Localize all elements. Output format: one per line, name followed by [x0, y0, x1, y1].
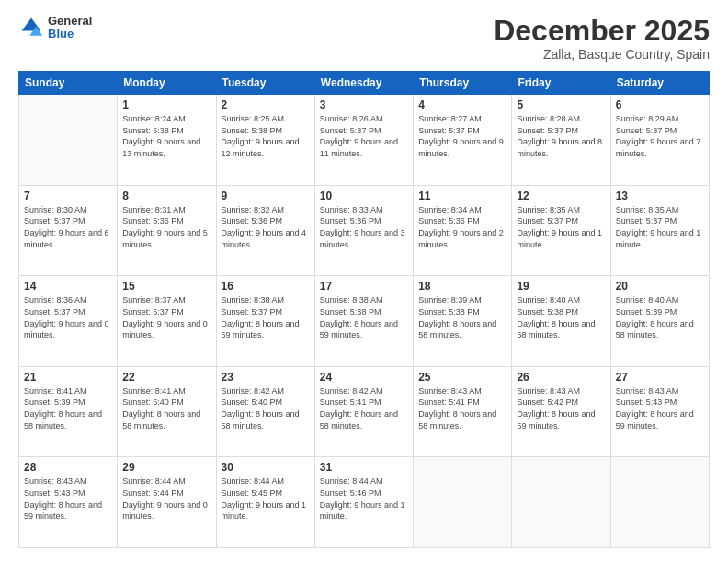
day-number-2-1: 15 [122, 280, 210, 293]
cell-2-1: 15Sunrise: 8:37 AM Sunset: 5:37 PM Dayli… [118, 276, 216, 367]
header: General Blue December 2025 Zalla, Basque… [18, 15, 710, 62]
cell-1-3: 10Sunrise: 8:33 AM Sunset: 5:36 PM Dayli… [314, 185, 413, 276]
logo-text: General Blue [48, 15, 92, 41]
location: Zalla, Basque Country, Spain [494, 47, 710, 62]
cell-info-2-6: Sunrise: 8:40 AM Sunset: 5:39 PM Dayligh… [616, 294, 704, 340]
cell-2-3: 17Sunrise: 8:38 AM Sunset: 5:38 PM Dayli… [314, 276, 413, 367]
cell-1-2: 9Sunrise: 8:32 AM Sunset: 5:36 PM Daylig… [216, 185, 314, 276]
cell-info-4-1: Sunrise: 8:44 AM Sunset: 5:44 PM Dayligh… [122, 476, 210, 522]
cell-1-0: 7Sunrise: 8:30 AM Sunset: 5:37 PM Daylig… [19, 185, 118, 276]
week-row-2: 14Sunrise: 8:36 AM Sunset: 5:37 PM Dayli… [19, 276, 710, 367]
cell-0-3: 3Sunrise: 8:26 AM Sunset: 5:37 PM Daylig… [314, 95, 413, 186]
day-number-4-2: 30 [222, 461, 310, 474]
col-monday: Monday [118, 72, 216, 95]
day-number-0-4: 4 [418, 98, 506, 111]
page: General Blue December 2025 Zalla, Basque… [0, 0, 728, 563]
cell-3-0: 21Sunrise: 8:41 AM Sunset: 5:39 PM Dayli… [19, 366, 118, 457]
cell-3-5: 26Sunrise: 8:43 AM Sunset: 5:42 PM Dayli… [512, 366, 610, 457]
cell-4-5 [512, 457, 610, 548]
cell-3-2: 23Sunrise: 8:42 AM Sunset: 5:40 PM Dayli… [216, 366, 314, 457]
day-number-1-5: 12 [517, 190, 605, 202]
cell-info-1-0: Sunrise: 8:30 AM Sunset: 5:37 PM Dayligh… [24, 204, 112, 250]
day-number-1-6: 13 [616, 190, 704, 202]
day-number-2-0: 14 [24, 280, 112, 293]
day-number-3-3: 24 [320, 371, 408, 384]
cell-info-2-5: Sunrise: 8:40 AM Sunset: 5:38 PM Dayligh… [517, 294, 605, 340]
cell-info-2-4: Sunrise: 8:39 AM Sunset: 5:38 PM Dayligh… [418, 294, 506, 340]
cell-info-0-1: Sunrise: 8:24 AM Sunset: 5:38 PM Dayligh… [122, 113, 210, 159]
cell-2-4: 18Sunrise: 8:39 AM Sunset: 5:38 PM Dayli… [414, 276, 512, 367]
day-number-3-1: 22 [122, 371, 210, 384]
week-row-4: 28Sunrise: 8:43 AM Sunset: 5:43 PM Dayli… [19, 457, 710, 548]
day-number-3-2: 23 [222, 371, 310, 384]
day-number-4-0: 28 [24, 461, 112, 474]
day-number-0-3: 3 [320, 98, 408, 111]
day-number-2-6: 20 [616, 280, 704, 293]
cell-0-1: 1Sunrise: 8:24 AM Sunset: 5:38 PM Daylig… [118, 95, 216, 186]
day-number-0-1: 1 [122, 98, 210, 111]
cell-info-3-0: Sunrise: 8:41 AM Sunset: 5:39 PM Dayligh… [24, 385, 112, 431]
col-friday: Friday [512, 72, 610, 95]
cell-4-3: 31Sunrise: 8:44 AM Sunset: 5:46 PM Dayli… [314, 457, 413, 548]
logo-icon [18, 15, 44, 40]
cell-0-4: 4Sunrise: 8:27 AM Sunset: 5:37 PM Daylig… [414, 95, 512, 186]
cell-4-6 [610, 457, 709, 548]
cell-0-0 [19, 95, 118, 186]
cell-1-6: 13Sunrise: 8:35 AM Sunset: 5:37 PM Dayli… [610, 185, 709, 276]
cell-info-4-3: Sunrise: 8:44 AM Sunset: 5:46 PM Dayligh… [320, 476, 408, 522]
day-number-4-1: 29 [122, 461, 210, 474]
cell-info-3-4: Sunrise: 8:43 AM Sunset: 5:41 PM Dayligh… [418, 385, 506, 431]
cell-4-0: 28Sunrise: 8:43 AM Sunset: 5:43 PM Dayli… [19, 457, 118, 548]
cell-info-4-2: Sunrise: 8:44 AM Sunset: 5:45 PM Dayligh… [222, 476, 310, 522]
cell-3-1: 22Sunrise: 8:41 AM Sunset: 5:40 PM Dayli… [118, 366, 216, 457]
col-sunday: Sunday [19, 72, 118, 95]
cell-info-0-2: Sunrise: 8:25 AM Sunset: 5:38 PM Dayligh… [222, 113, 310, 159]
cell-info-1-3: Sunrise: 8:33 AM Sunset: 5:36 PM Dayligh… [320, 204, 408, 250]
cell-2-2: 16Sunrise: 8:38 AM Sunset: 5:37 PM Dayli… [216, 276, 314, 367]
day-number-1-4: 11 [418, 190, 506, 202]
cell-info-1-5: Sunrise: 8:35 AM Sunset: 5:37 PM Dayligh… [517, 204, 605, 250]
col-wednesday: Wednesday [314, 72, 413, 95]
cell-0-2: 2Sunrise: 8:25 AM Sunset: 5:38 PM Daylig… [216, 95, 314, 186]
calendar-header-row: Sunday Monday Tuesday Wednesday Thursday… [19, 72, 710, 95]
logo: General Blue [18, 15, 92, 41]
cell-1-1: 8Sunrise: 8:31 AM Sunset: 5:36 PM Daylig… [118, 185, 216, 276]
cell-0-6: 6Sunrise: 8:29 AM Sunset: 5:37 PM Daylig… [610, 95, 709, 186]
cell-2-6: 20Sunrise: 8:40 AM Sunset: 5:39 PM Dayli… [610, 276, 709, 367]
calendar-table: Sunday Monday Tuesday Wednesday Thursday… [18, 71, 710, 548]
col-saturday: Saturday [610, 72, 709, 95]
cell-info-2-0: Sunrise: 8:36 AM Sunset: 5:37 PM Dayligh… [24, 294, 112, 340]
cell-info-0-3: Sunrise: 8:26 AM Sunset: 5:37 PM Dayligh… [320, 113, 408, 159]
cell-info-3-6: Sunrise: 8:43 AM Sunset: 5:43 PM Dayligh… [616, 385, 704, 431]
month-title: December 2025 [494, 15, 710, 47]
cell-info-1-6: Sunrise: 8:35 AM Sunset: 5:37 PM Dayligh… [616, 204, 704, 250]
cell-3-3: 24Sunrise: 8:42 AM Sunset: 5:41 PM Dayli… [314, 366, 413, 457]
day-number-2-4: 18 [418, 280, 506, 293]
cell-info-0-6: Sunrise: 8:29 AM Sunset: 5:37 PM Dayligh… [616, 113, 704, 159]
cell-info-3-1: Sunrise: 8:41 AM Sunset: 5:40 PM Dayligh… [122, 385, 210, 431]
week-row-3: 21Sunrise: 8:41 AM Sunset: 5:39 PM Dayli… [19, 366, 710, 457]
cell-4-2: 30Sunrise: 8:44 AM Sunset: 5:45 PM Dayli… [216, 457, 314, 548]
day-number-0-2: 2 [222, 98, 310, 111]
cell-info-2-1: Sunrise: 8:37 AM Sunset: 5:37 PM Dayligh… [122, 294, 210, 340]
cell-0-5: 5Sunrise: 8:28 AM Sunset: 5:37 PM Daylig… [512, 95, 610, 186]
day-number-3-4: 25 [418, 371, 506, 384]
day-number-1-3: 10 [320, 190, 408, 202]
cell-info-0-5: Sunrise: 8:28 AM Sunset: 5:37 PM Dayligh… [517, 113, 605, 159]
day-number-0-6: 6 [616, 98, 704, 111]
day-number-1-1: 8 [122, 190, 210, 202]
day-number-3-6: 27 [616, 371, 704, 384]
day-number-3-0: 21 [24, 371, 112, 384]
week-row-1: 7Sunrise: 8:30 AM Sunset: 5:37 PM Daylig… [19, 185, 710, 276]
day-number-1-0: 7 [24, 190, 112, 202]
week-row-0: 1Sunrise: 8:24 AM Sunset: 5:38 PM Daylig… [19, 95, 710, 186]
cell-info-4-0: Sunrise: 8:43 AM Sunset: 5:43 PM Dayligh… [24, 476, 112, 522]
cell-info-2-3: Sunrise: 8:38 AM Sunset: 5:38 PM Dayligh… [320, 294, 408, 340]
cell-info-3-5: Sunrise: 8:43 AM Sunset: 5:42 PM Dayligh… [517, 385, 605, 431]
header-right: December 2025 Zalla, Basque Country, Spa… [494, 15, 710, 62]
cell-3-4: 25Sunrise: 8:43 AM Sunset: 5:41 PM Dayli… [414, 366, 512, 457]
cell-info-1-1: Sunrise: 8:31 AM Sunset: 5:36 PM Dayligh… [122, 204, 210, 250]
cell-info-1-2: Sunrise: 8:32 AM Sunset: 5:36 PM Dayligh… [222, 204, 310, 250]
col-thursday: Thursday [414, 72, 512, 95]
col-tuesday: Tuesday [216, 72, 314, 95]
